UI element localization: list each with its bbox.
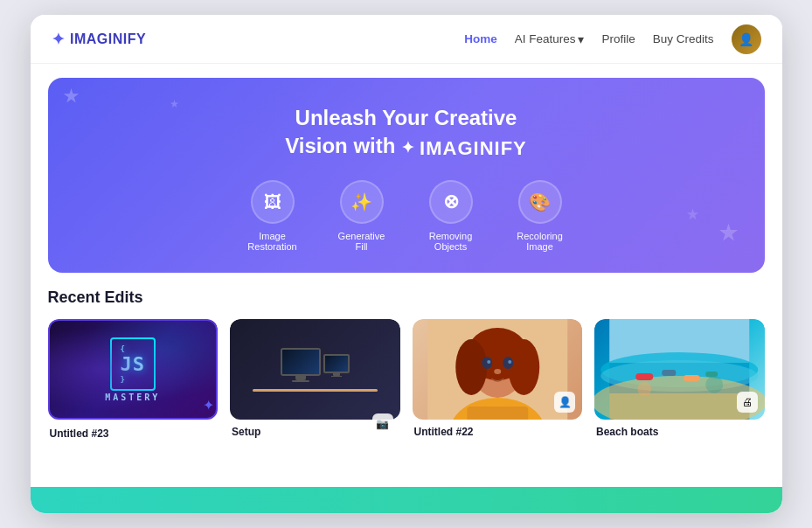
hero-title: Unleash Your Creative Vision with ✦ IMAG… <box>69 104 744 161</box>
image-restoration-icon: 🖼 <box>251 180 295 224</box>
svg-point-8 <box>487 360 490 364</box>
recoloring-image-icon: 🎨 <box>518 180 562 224</box>
card-beach[interactable]: 🖨 Beach boats <box>594 319 765 441</box>
svg-point-6 <box>482 357 492 369</box>
js-mastery-image: { JS } MASTERY <box>48 319 219 420</box>
setup-image: 📷 <box>230 319 400 420</box>
svg-point-4 <box>455 339 487 395</box>
feature-recoloring-image[interactable]: 🎨 Recoloring Image <box>510 180 571 252</box>
nav-buy-credits[interactable]: Buy Credits <box>653 32 714 45</box>
svg-point-5 <box>508 339 539 395</box>
feature-image-restoration[interactable]: 🖼 Image Restoration <box>242 180 303 252</box>
svg-rect-21 <box>705 372 718 377</box>
image-restoration-label: Image Restoration <box>242 231 303 252</box>
logo[interactable]: ✦ IMAGINIFY <box>52 30 147 49</box>
chevron-down-icon: ▾ <box>578 32 584 46</box>
feature-generative-fill[interactable]: ✨ Generative Fill <box>331 180 392 252</box>
generative-fill-icon: ✨ <box>340 180 384 224</box>
svg-rect-17 <box>609 393 749 420</box>
bottom-bar <box>31 487 782 513</box>
svg-point-7 <box>503 357 513 369</box>
large-monitor <box>281 348 321 376</box>
hero-deco-1 <box>64 88 80 104</box>
svg-point-23 <box>705 376 723 393</box>
monitor-group <box>281 348 350 382</box>
avatar[interactable]: 👤 <box>732 24 761 54</box>
removing-objects-icon: ⊗ <box>429 180 473 224</box>
nav-home[interactable]: Home <box>464 32 497 45</box>
avatar-initials: 👤 <box>739 32 753 46</box>
removing-objects-label: Removing Objects <box>420 231 482 252</box>
nav-ai-features[interactable]: AI Features ▾ <box>515 32 585 46</box>
small-monitor <box>323 354 350 373</box>
generative-fill-label: Generative Fill <box>331 231 392 252</box>
svg-rect-19 <box>662 370 676 376</box>
beach-image: 🖨 <box>594 319 765 420</box>
recent-edits-section: Recent Edits { JS } MASTERY Untitled #23 <box>31 273 782 441</box>
svg-point-22 <box>637 382 651 396</box>
browser-window: ✦ IMAGINIFY Home AI Features ▾ Profile B… <box>31 15 782 513</box>
svg-rect-11 <box>467 406 528 420</box>
feature-removing-objects[interactable]: ⊗ Removing Objects <box>420 180 482 252</box>
card-setup[interactable]: 📷 Setup <box>230 319 400 441</box>
hero-brand: ✦ IMAGINIFY <box>401 135 527 162</box>
hero-banner: Unleash Your Creative Vision with ✦ IMAG… <box>48 78 765 273</box>
hero-features: 🖼 Image Restoration ✨ Generative Fill ⊗ … <box>69 180 744 252</box>
desk-surface <box>253 389 378 392</box>
svg-point-9 <box>508 360 511 364</box>
recent-edits-title: Recent Edits <box>48 288 765 307</box>
woman-profile-icon: 👤 <box>554 392 575 413</box>
navbar: ✦ IMAGINIFY Home AI Features ▾ Profile B… <box>31 15 782 64</box>
beach-print-icon: 🖨 <box>737 392 758 413</box>
card-beach-label: Beach boats <box>594 426 765 438</box>
svg-point-10 <box>494 369 501 374</box>
nav-profile[interactable]: Profile <box>601 32 635 45</box>
card-woman[interactable]: 👤 Untitled #22 <box>413 319 583 441</box>
logo-icon: ✦ <box>52 30 66 49</box>
cards-row: { JS } MASTERY Untitled #23 ✦ <box>48 319 765 441</box>
recoloring-image-label: Recoloring Image <box>510 231 571 252</box>
woman-image: 👤 <box>413 319 583 420</box>
app-name: IMAGINIFY <box>70 31 146 47</box>
nav-links: Home AI Features ▾ Profile Buy Credits 👤 <box>464 24 760 54</box>
svg-rect-20 <box>684 375 699 381</box>
svg-rect-18 <box>635 373 653 380</box>
sparkle-icon: ✦ <box>203 397 214 441</box>
card-js-mastery[interactable]: { JS } MASTERY Untitled #23 ✦ <box>48 319 219 441</box>
setup-camera-icon: 📷 <box>372 413 393 434</box>
card-js-label: Untitled #23 <box>48 427 219 440</box>
card-woman-label: Untitled #22 <box>413 426 583 438</box>
